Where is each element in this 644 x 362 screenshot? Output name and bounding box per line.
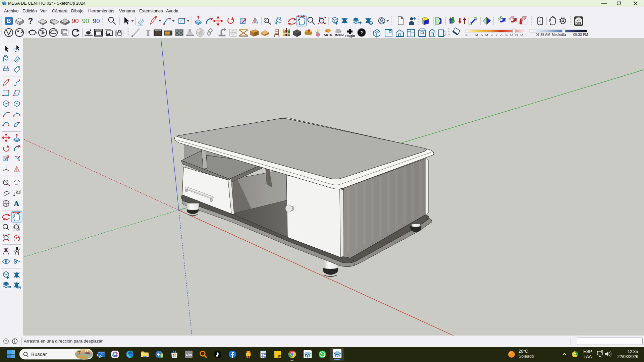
svg-text:Plugin: Plugin bbox=[345, 34, 355, 38]
svg-text:Live: Live bbox=[186, 353, 192, 356]
svg-text:OCL: OCL bbox=[576, 21, 582, 25]
svg-text:90: 90 bbox=[82, 17, 89, 24]
svg-text:E: E bbox=[466, 33, 468, 37]
svg-text:A1: A1 bbox=[16, 190, 20, 194]
svg-text:22/03/2026: 22/03/2026 bbox=[617, 354, 638, 359]
svg-text:Soleado: Soleado bbox=[519, 354, 534, 359]
svg-text:N: N bbox=[516, 33, 518, 37]
svg-text:C: C bbox=[5, 201, 7, 203]
svg-text:A: A bbox=[14, 199, 19, 207]
svg-text:90: 90 bbox=[93, 17, 100, 24]
svg-text:05:33 PM: 05:33 PM bbox=[573, 33, 588, 37]
svg-text:12:35: 12:35 bbox=[628, 349, 638, 354]
svg-text:M: M bbox=[485, 33, 488, 37]
svg-text:J: J bbox=[491, 33, 493, 37]
svg-text:Buscar: Buscar bbox=[31, 351, 47, 357]
svg-text:O: O bbox=[510, 33, 513, 37]
svg-text:?: ? bbox=[28, 16, 33, 25]
svg-text:A: A bbox=[481, 33, 483, 37]
svg-text:o: o bbox=[99, 353, 101, 357]
svg-text:?: ? bbox=[360, 30, 363, 35]
svg-text:26°C: 26°C bbox=[519, 349, 528, 354]
svg-text:AUTO: AUTO bbox=[324, 33, 332, 37]
svg-text:M: M bbox=[475, 33, 478, 37]
svg-text:90: 90 bbox=[71, 17, 78, 24]
svg-text:D: D bbox=[521, 33, 523, 37]
svg-text:S: S bbox=[505, 33, 507, 37]
svg-text:Mediodía: Mediodía bbox=[552, 33, 566, 37]
svg-text:MANU: MANU bbox=[335, 33, 344, 37]
svg-text:A: A bbox=[500, 33, 503, 37]
svg-text:B: B bbox=[7, 18, 11, 24]
svg-text:A B: A B bbox=[4, 204, 7, 206]
svg-text:A1: A1 bbox=[15, 183, 18, 186]
svg-text:J: J bbox=[496, 33, 497, 37]
svg-text:07:35 AM: 07:35 AM bbox=[536, 33, 550, 37]
svg-text:LAA: LAA bbox=[584, 354, 592, 359]
svg-text:ESP: ESP bbox=[583, 349, 592, 354]
svg-text:F: F bbox=[471, 33, 473, 37]
